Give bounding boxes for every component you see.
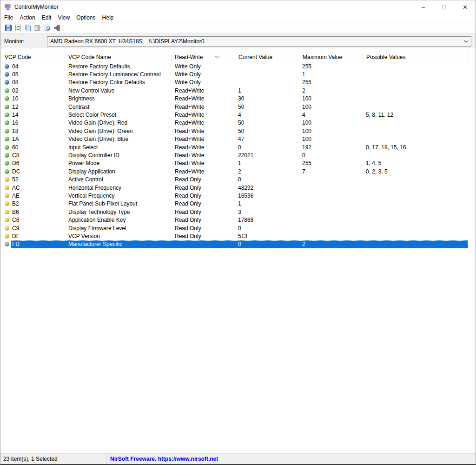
row-filler — [469, 175, 475, 183]
current-value-cell: 0 — [235, 175, 299, 183]
table-row[interactable]: 02New Control ValueRead+Write12 — [1, 86, 475, 94]
maximum-value-cell: 0 — [299, 151, 363, 159]
table-row[interactable]: 14Select Color PresetRead+Write445, 8, 1… — [1, 111, 475, 119]
nirsoft-link[interactable]: NirSoft Freeware. https://www.nirsoft.ne… — [106, 456, 218, 462]
table-row[interactable]: B2Flat Panel Sub-Pixel LayoutRead Only1 — [1, 200, 475, 208]
column-header-current-value[interactable]: Current Value — [235, 52, 299, 62]
row-filler — [469, 103, 475, 111]
green-dot-icon — [5, 145, 9, 150]
possible-values-cell — [363, 208, 469, 216]
table-row[interactable]: 05Restore Factory Luminance/ ContrastWri… — [1, 70, 475, 78]
row-filler — [469, 127, 475, 135]
row-filler — [469, 184, 475, 192]
close-button[interactable]: ✕ — [455, 0, 476, 13]
read-write-cell: Read+Write — [172, 103, 235, 111]
menu-view[interactable]: View — [54, 13, 73, 22]
current-value-cell — [235, 70, 299, 78]
menu-action[interactable]: Action — [16, 13, 38, 22]
copy-icon[interactable] — [23, 23, 33, 33]
table-row[interactable]: 18Video Gain (Drive): GreenRead+Write501… — [1, 127, 475, 135]
vcp-code-value: 52 — [12, 176, 18, 183]
column-header-vcp-code-name[interactable]: VCP Code Name — [65, 52, 172, 62]
table-row[interactable]: 08Restore Factory Color DefaultsWrite On… — [1, 79, 475, 86]
properties-icon[interactable] — [33, 23, 42, 33]
table-row[interactable]: FDManufacturer Specific02 — [1, 240, 475, 248]
table-row[interactable]: 16Video Gain (Drive): RedRead+Write50100 — [1, 119, 475, 127]
possible-values-cell — [363, 95, 469, 103]
read-write-cell — [172, 240, 235, 248]
table-row[interactable]: 10BrightnessRead+Write30100 — [1, 95, 475, 103]
vcp-name-cell: Vertical Frequency — [65, 192, 172, 199]
current-value-cell: 50 — [235, 119, 299, 127]
save-icon[interactable] — [3, 23, 13, 33]
vcp-name-cell: VCP Version — [65, 232, 172, 240]
read-write-cell: Read+Write — [172, 86, 235, 94]
possible-values-cell — [363, 184, 469, 192]
table-row-cells: 52Active ControlRead Only0 — [1, 175, 475, 183]
possible-values-cell: 5, 8, 11, 12 — [363, 111, 469, 119]
current-value-cell: 22021 — [235, 151, 299, 159]
table-row[interactable]: 60Input SelectRead+Write01920, 17, 18, 1… — [1, 143, 475, 151]
refresh-icon[interactable] — [13, 23, 23, 33]
vcp-code-cell: 16 — [1, 119, 65, 127]
table-row[interactable]: AEVertical FrequencyRead Only16536 — [1, 192, 475, 199]
table-row[interactable]: C6Application Enable KeyRead Only17868 — [1, 216, 475, 224]
find-icon[interactable] — [42, 23, 52, 33]
read-write-cell: Read+Write — [172, 111, 235, 119]
row-filler — [469, 143, 475, 151]
possible-values-cell — [363, 232, 469, 240]
maximize-button[interactable]: □ — [434, 0, 455, 13]
column-header-possible-values[interactable]: Possible Values — [363, 52, 469, 62]
green-dot-icon — [5, 129, 9, 133]
menu-edit[interactable]: Edit — [39, 13, 55, 22]
possible-values-cell: 1, 4, 5 — [363, 159, 469, 167]
table-row[interactable]: B6Display Technology TypeRead Only3 — [1, 208, 475, 216]
table-row[interactable]: D6Power ModeRead+Write12551, 4, 5 — [1, 159, 475, 167]
table-row[interactable]: 52Active ControlRead Only0 — [1, 175, 475, 183]
table-row[interactable]: DFVCP VersionRead Only513 — [1, 232, 475, 240]
row-filler — [469, 167, 475, 175]
column-header-maximum-value[interactable]: Maximum Value — [299, 52, 363, 62]
toolbar — [0, 22, 476, 33]
table-row[interactable]: 04Restore Factory DefaultsWrite Only255 — [1, 62, 475, 70]
row-filler — [469, 151, 475, 159]
menu-help[interactable]: Help — [99, 13, 117, 22]
menu-file[interactable]: File — [1, 13, 16, 22]
vcp-name-cell: Active Control — [65, 175, 172, 183]
table-row[interactable]: DCDisplay ApplicationRead+Write270, 2, 3… — [1, 167, 475, 175]
vcp-code-value: DF — [12, 233, 20, 239]
table-row[interactable]: 1AVideo Gain (Drive): BlueRead+Write4710… — [1, 135, 475, 143]
current-value-cell: 0 — [235, 240, 299, 248]
read-write-cell: Write Only — [172, 70, 235, 78]
table-row[interactable]: ACHorizontal FrequencyRead Only48292 — [1, 184, 475, 192]
chevron-down-icon[interactable] — [462, 37, 470, 46]
table-row[interactable]: C9Display Firmware LevelRead Only0 — [1, 224, 475, 232]
table-row-cells: 60Input SelectRead+Write01920, 17, 18, 1… — [1, 143, 475, 151]
current-value-cell: 48292 — [235, 184, 299, 192]
minimize-button[interactable]: – — [413, 0, 434, 13]
vcp-code-cell: 18 — [1, 127, 65, 135]
column-header-vcp-code[interactable]: VCP Code — [1, 52, 65, 62]
monitor-combobox[interactable]: AMD Radeon RX 6600 XT H34S18S \\.\DISPLA… — [47, 36, 471, 46]
current-value-cell: 2 — [235, 167, 299, 175]
menu-options[interactable]: Options — [73, 13, 99, 22]
table-row[interactable]: C8Display Controller IDRead+Write220210 — [1, 151, 475, 159]
exit-icon[interactable] — [52, 23, 62, 33]
row-filler — [469, 232, 475, 240]
read-write-cell: Read+Write — [172, 159, 235, 167]
table-row[interactable]: 12ContrastRead+Write50100 — [1, 103, 475, 111]
current-value-cell: 3 — [235, 208, 299, 216]
vcp-code-cell: 14 — [1, 111, 65, 119]
column-header-label: Possible Values — [366, 54, 406, 60]
maximum-value-cell: 100 — [299, 127, 363, 135]
current-value-cell: 0 — [235, 143, 299, 151]
maximum-value-cell — [299, 200, 363, 208]
current-value-cell: 16536 — [235, 192, 299, 199]
column-header-read-write[interactable]: Read-Write — [172, 52, 235, 62]
row-filler — [469, 224, 475, 232]
current-value-cell — [235, 79, 299, 86]
row-filler — [469, 86, 475, 94]
monitor-label: Monitor: — [4, 38, 47, 45]
vcp-list: VCP CodeVCP Code NameRead-WriteCurrent V… — [1, 52, 475, 453]
vcp-code-cell: AC — [1, 184, 65, 192]
